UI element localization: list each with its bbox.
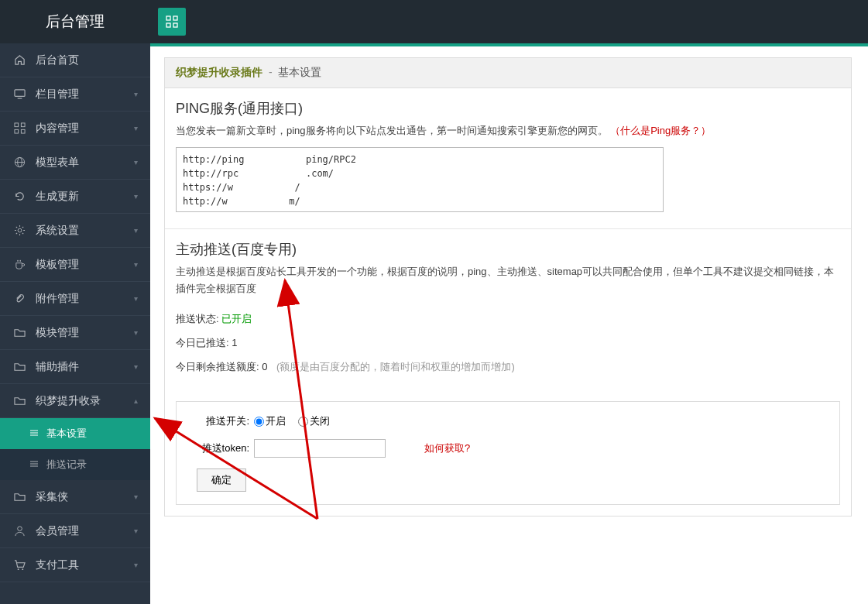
token-label: 推送token: xyxy=(187,441,249,455)
sidebar-item-13[interactable]: 支付工具▾ xyxy=(0,548,150,582)
svg-rect-3 xyxy=(173,23,177,27)
svg-rect-7 xyxy=(21,123,25,127)
push-quota-value: 0 xyxy=(262,361,267,372)
folder-icon xyxy=(12,327,26,338)
push-today-row: 今日已推送: 1 xyxy=(176,334,840,353)
grid-icon xyxy=(166,15,178,28)
push-section: 主动推送(百度专用) 主动推送是根据百度站长工具开发的一个功能，根据百度的说明，… xyxy=(165,229,851,390)
sidebar-item-label: 会员管理 xyxy=(36,524,134,538)
sidebar-item-12[interactable]: 会员管理▾ xyxy=(0,514,150,548)
sidebar-item-label: 支付工具 xyxy=(36,558,134,572)
clip-icon xyxy=(12,293,26,304)
sidebar-subitem-0[interactable]: 基本设置 xyxy=(0,418,150,449)
ping-title: PING服务(通用接口) xyxy=(176,99,840,118)
push-form: 推送开关: 开启 关闭 推送token: 如何获取? 确定 xyxy=(176,401,840,505)
cup-icon xyxy=(12,259,26,270)
sidebar-item-8[interactable]: 模块管理▾ xyxy=(0,316,150,350)
svg-point-20 xyxy=(17,527,22,531)
chevron-icon: ▾ xyxy=(134,492,138,501)
svg-rect-8 xyxy=(14,129,18,133)
chevron-icon: ▾ xyxy=(134,124,138,132)
sidebar-item-label: 生成更新 xyxy=(36,190,134,204)
svg-point-13 xyxy=(18,228,22,232)
push-title: 主动推送(百度专用) xyxy=(176,240,840,259)
chevron-icon: ▾ xyxy=(134,226,138,235)
sidebar-item-2[interactable]: 内容管理▾ xyxy=(0,112,150,146)
folder-icon xyxy=(12,491,26,503)
sidebar-item-label: 模块管理 xyxy=(36,326,134,340)
sidebar-item-label: 内容管理 xyxy=(36,122,134,136)
lines-icon xyxy=(29,459,39,471)
sidebar-item-label: 后台首页 xyxy=(36,53,138,67)
sidebar-item-1[interactable]: 栏目管理▾ xyxy=(0,77,150,112)
panel-subtitle: 基本设置 xyxy=(278,66,321,78)
sidebar-item-3[interactable]: 模型表单▾ xyxy=(0,146,150,180)
gear-icon xyxy=(12,225,26,236)
svg-rect-1 xyxy=(173,16,177,20)
sidebar-item-5[interactable]: 系统设置▾ xyxy=(0,214,150,248)
sidebar-item-label: 模板管理 xyxy=(36,258,134,272)
chevron-icon: ▾ xyxy=(134,260,138,269)
chevron-icon: ▾ xyxy=(134,362,138,371)
plugin-name: 织梦提升收录插件 xyxy=(176,66,262,78)
chevron-icon: ▾ xyxy=(134,328,138,337)
push-desc: 主动推送是根据百度站长工具开发的一个功能，根据百度的说明，ping、主动推送、s… xyxy=(176,263,840,297)
sidebar-item-4[interactable]: 生成更新▾ xyxy=(0,180,150,214)
sidebar-item-10[interactable]: 织梦提升收录▴ xyxy=(0,384,150,418)
monitor-icon xyxy=(12,88,26,100)
ping-help-link[interactable]: （什么是Ping服务？） xyxy=(610,125,711,136)
sidebar-item-label: 织梦提升收录 xyxy=(36,394,134,408)
chevron-icon: ▴ xyxy=(134,396,138,405)
sidebar-item-9[interactable]: 辅助插件▾ xyxy=(0,350,150,384)
refresh-icon xyxy=(12,190,26,202)
chevron-icon: ▾ xyxy=(134,90,138,98)
dashboard-grid-button[interactable] xyxy=(158,8,186,36)
sidebar-item-label: 栏目管理 xyxy=(36,88,134,101)
app-title: 后台管理 xyxy=(0,0,150,43)
separator: - xyxy=(269,66,273,78)
ping-section: PING服务(通用接口) 当您发表一篇新文章时，ping服务将向以下站点发出通告… xyxy=(165,88,851,229)
svg-rect-2 xyxy=(166,23,170,27)
chevron-icon: ▾ xyxy=(134,158,138,166)
sidebar-item-label: 附件管理 xyxy=(36,292,134,306)
ping-desc: 当您发表一篇新文章时，ping服务将向以下站点发出通告，第一时间通知搜索引擎更新… xyxy=(176,122,840,139)
chevron-icon: ▾ xyxy=(134,192,138,201)
svg-rect-9 xyxy=(21,129,25,133)
grid-icon xyxy=(12,122,26,134)
svg-rect-0 xyxy=(166,16,170,20)
switch-off-radio[interactable] xyxy=(298,417,308,427)
sidebar-item-6[interactable]: 模板管理▾ xyxy=(0,248,150,282)
settings-panel: 织梦提升收录插件 - 基本设置 PING服务(通用接口) 当您发表一篇新文章时，… xyxy=(164,57,852,516)
how-get-link[interactable]: 如何获取? xyxy=(424,441,470,455)
sidebar-item-label: 采集侠 xyxy=(36,490,134,504)
sidebar-subitem-label: 推送记录 xyxy=(46,458,87,472)
token-input[interactable] xyxy=(254,439,386,458)
chevron-icon: ▾ xyxy=(134,561,138,569)
sidebar-item-0[interactable]: 后台首页 xyxy=(0,43,150,77)
switch-on-option[interactable]: 开启 xyxy=(254,415,286,427)
header-bar: 后台管理 xyxy=(0,0,868,43)
switch-off-option[interactable]: 关闭 xyxy=(298,415,330,427)
chevron-icon: ▾ xyxy=(134,294,138,303)
sidebar-subitem-label: 基本设置 xyxy=(46,427,87,441)
user-icon xyxy=(12,525,26,537)
main-content: 织梦提升收录插件 - 基本设置 PING服务(通用接口) 当您发表一篇新文章时，… xyxy=(150,43,868,604)
push-quota-note: (额度是由百度分配的，随着时间和权重的增加而增加) xyxy=(276,361,515,372)
globe-icon xyxy=(12,156,26,168)
submit-button[interactable]: 确定 xyxy=(197,468,246,492)
chevron-icon: ▾ xyxy=(134,527,138,535)
svg-point-21 xyxy=(17,568,19,570)
folder-icon xyxy=(12,395,26,407)
cart-icon xyxy=(12,559,26,571)
svg-rect-4 xyxy=(14,90,24,96)
folder-icon xyxy=(12,361,26,372)
sidebar-item-11[interactable]: 采集侠▾ xyxy=(0,480,150,514)
sidebar-item-label: 模型表单 xyxy=(36,156,134,170)
switch-label: 推送开关: xyxy=(187,414,249,428)
push-today-value: 1 xyxy=(232,337,237,348)
sidebar-subitem-1[interactable]: 推送记录 xyxy=(0,449,150,480)
token-row: 推送token: 如何获取? xyxy=(187,439,829,458)
switch-on-radio[interactable] xyxy=(254,417,264,427)
ping-urls-textarea[interactable] xyxy=(176,147,664,212)
sidebar-item-7[interactable]: 附件管理▾ xyxy=(0,282,150,316)
